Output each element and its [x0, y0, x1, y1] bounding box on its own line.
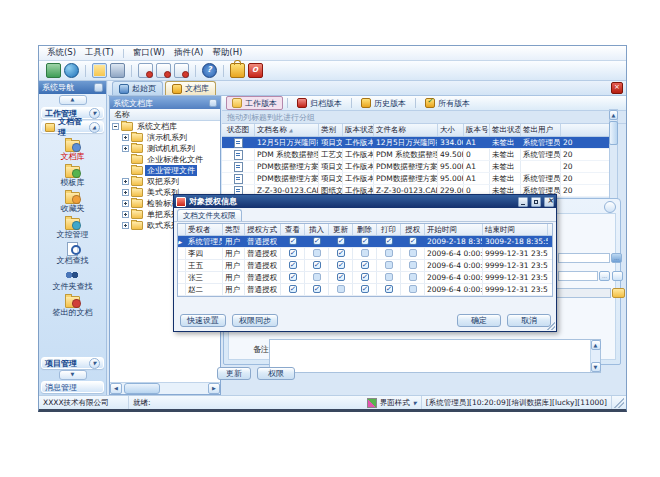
menu-help[interactable]: 帮助(H)	[212, 47, 242, 59]
cancel-button[interactable]: 取消	[507, 314, 551, 327]
column-header[interactable]: 版本号	[464, 124, 490, 136]
column-header[interactable]: 签出状态	[490, 124, 521, 136]
grant-checkbox[interactable]	[409, 237, 417, 245]
tab-home[interactable]: 起始页	[112, 81, 163, 95]
sidebar-item-template-lib[interactable]: 模板库	[39, 162, 106, 188]
exit-icon[interactable]	[248, 63, 263, 78]
view-checkbox[interactable]	[289, 249, 297, 257]
column-header[interactable]: 文档名称▲	[255, 124, 319, 136]
sidebar-item-doclib[interactable]: 文档库	[39, 136, 106, 162]
column-header[interactable]: 受权者	[186, 224, 223, 235]
delete-checkbox[interactable]	[361, 261, 369, 269]
column-header[interactable]: 查看	[281, 224, 305, 235]
archived-version-button[interactable]: 归档版本	[292, 97, 347, 109]
tree-horizontal-scrollbar[interactable]: ◀ ▶	[110, 382, 220, 394]
work-version-button[interactable]: 工作版本	[226, 96, 283, 110]
close-icon[interactable]	[544, 197, 554, 207]
print-checkbox[interactable]	[385, 285, 393, 293]
document-row[interactable]: PDM数据整理方案.doc项目文档工作版本PDM数据整理方案.doc95.00K…	[222, 161, 610, 173]
scroll-left-icon[interactable]: ◀	[110, 383, 122, 394]
tree-node-root[interactable]: 系统文档库	[110, 121, 220, 132]
update-checkbox[interactable]	[337, 249, 345, 257]
column-header[interactable]: 开始时间	[425, 224, 483, 235]
scroll-down-icon[interactable]: ▼	[591, 362, 601, 372]
group-document-management[interactable]: 文档管理 ▲	[41, 121, 104, 133]
expand-icon[interactable]	[122, 178, 129, 185]
column-header[interactable]: 打印	[377, 224, 401, 235]
minimize-icon[interactable]	[518, 197, 528, 207]
column-header[interactable]: 文件名称	[374, 124, 438, 136]
permission-row[interactable]: ▶ 系统管理员用户普通授权 2009-2-18 8:35:573009-2-18…	[178, 236, 552, 248]
all-versions-button[interactable]: 所有版本	[420, 97, 475, 109]
tree-node[interactable]: 双把系列	[110, 176, 220, 187]
permission-row[interactable]: 张三用户普通授权 2009-6-4 0:00:009999-12-31 23:5…	[178, 272, 552, 284]
print-checkbox[interactable]	[385, 249, 393, 257]
tab-doclib[interactable]: 文档库	[165, 81, 216, 95]
scroll-thumb[interactable]	[609, 121, 618, 145]
column-header[interactable]: 授权方式	[245, 224, 281, 235]
column-header[interactable]: 更新	[329, 224, 353, 235]
insert-checkbox[interactable]	[313, 261, 321, 269]
update-checkbox[interactable]	[337, 261, 345, 269]
tree-column-header[interactable]: 名称	[110, 109, 220, 121]
expand-icon[interactable]	[122, 134, 129, 141]
tree-node-selected[interactable]: 企业管理文件	[110, 165, 220, 176]
expand-icon[interactable]	[122, 189, 129, 196]
document-row[interactable]: 12月5日万兴隆同行...项目文档工作版本12月5日万兴隆同行...334.00…	[222, 137, 610, 149]
permission-row[interactable]: 王五用户普通授权 2009-6-4 0:00:009999-12-31 23:5…	[178, 260, 552, 272]
help-icon[interactable]	[202, 63, 217, 78]
column-header[interactable]: 签出用户	[521, 124, 561, 136]
browse-folder-icon[interactable]	[612, 288, 625, 298]
permission-row[interactable]: 赵二用户普通授权 2009-6-4 0:00:009999-12-31 23:5…	[178, 284, 552, 296]
ok-button[interactable]: 确定	[457, 314, 501, 327]
column-header[interactable]: 类别	[319, 124, 343, 136]
notes-textarea[interactable]: ▲ ▼	[269, 339, 601, 373]
detail-field-1[interactable]	[558, 253, 610, 263]
tree-node[interactable]: 演示机系列	[110, 132, 220, 143]
sidebar-options-icon[interactable]	[94, 83, 103, 92]
collapse-icon[interactable]	[112, 123, 119, 130]
update-checkbox[interactable]	[337, 237, 345, 245]
dialog-resize-grip[interactable]	[547, 322, 555, 330]
print-checkbox[interactable]	[385, 261, 393, 269]
column-header[interactable]	[561, 124, 610, 136]
chevron-up-icon[interactable]: ▲	[89, 122, 100, 133]
sidebar-item-checked-out-docs[interactable]: 签出的文档	[39, 292, 106, 318]
menu-tools[interactable]: 工具(T)	[85, 47, 114, 59]
card-icon[interactable]	[110, 63, 125, 78]
tab-folder-permissions[interactable]: 文档文件夹权限	[177, 209, 242, 221]
delete-checkbox[interactable]	[361, 249, 369, 257]
update-checkbox[interactable]	[337, 273, 345, 281]
groupby-bar[interactable]: 拖动列标题到此进行分组	[222, 111, 626, 124]
expand-icon[interactable]	[122, 200, 129, 207]
sync-icon[interactable]	[46, 63, 61, 78]
resize-grip[interactable]	[614, 398, 624, 408]
permission-row[interactable]: 李四用户普通授权 2009-6-4 0:00:009999-12-31 23:5…	[178, 248, 552, 260]
delete-checkbox[interactable]	[361, 237, 369, 245]
detail-field-2[interactable]	[558, 271, 598, 281]
scroll-up-button[interactable]: ▲	[59, 95, 87, 105]
maximize-icon[interactable]	[531, 197, 541, 207]
delete-checkbox[interactable]	[361, 273, 369, 281]
grant-checkbox[interactable]	[409, 261, 417, 269]
globe-icon[interactable]	[64, 63, 79, 78]
grant-checkbox[interactable]	[409, 273, 417, 281]
group-message-management[interactable]: 消息管理	[41, 381, 104, 393]
close-tab-icon[interactable]: ×	[611, 82, 623, 94]
insert-checkbox[interactable]	[313, 237, 321, 245]
sidebar-item-doc-search[interactable]: 文档查找	[39, 240, 106, 266]
column-header[interactable]: 授权	[401, 224, 425, 235]
column-header[interactable]: 状态图	[222, 124, 255, 136]
group-project-management[interactable]: 项目管理 ▼	[41, 357, 104, 369]
field-picker-icon[interactable]: …	[611, 253, 622, 263]
view-checkbox[interactable]	[289, 237, 297, 245]
scroll-thumb[interactable]	[124, 383, 160, 394]
update-checkbox[interactable]	[337, 285, 345, 293]
tree-node[interactable]: 企业标准化文件	[110, 154, 220, 165]
send-doc-icon[interactable]	[174, 63, 189, 78]
export-doc-icon[interactable]	[138, 63, 153, 78]
permission-button[interactable]: 权限	[257, 367, 295, 380]
sidebar-item-favorites[interactable]: 收藏夹	[39, 188, 106, 214]
history-version-button[interactable]: 历史版本	[356, 97, 411, 109]
menu-system[interactable]: 系统(S)	[47, 47, 76, 59]
